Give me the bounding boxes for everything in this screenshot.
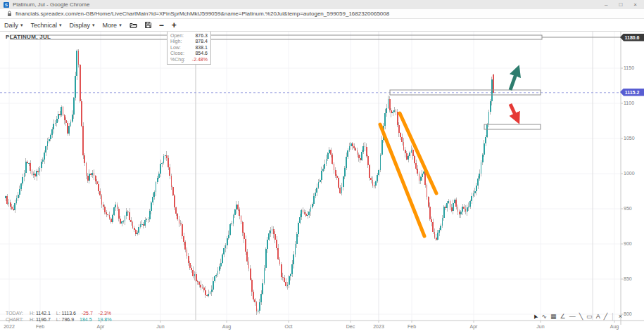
drawing-toolbar: ➤∿▦∠—╲▭A╱│×: [533, 313, 622, 321]
zoom-in-button[interactable]: +: [172, 21, 177, 30]
line-tool-icon[interactable]: ╱: [604, 313, 607, 321]
x-axis-label: Oct: [285, 324, 293, 329]
chart-summary-row: CHART: H: 1196.7 L: 796.9 184.5 19.8%: [6, 317, 111, 323]
floppy-save-icon: [145, 22, 151, 28]
x-axis-label: Aug: [222, 324, 231, 329]
x-axis-label: Jun: [536, 324, 544, 329]
chart-toolbar: Daily▾ Technical▾ Display▾ More▾ −: [0, 19, 644, 32]
x-axis-label: Feb: [408, 324, 416, 329]
y-axis-label: 850: [624, 276, 632, 281]
spreadex-favicon: S: [4, 2, 9, 8]
chevron-down-icon: ▾: [119, 22, 122, 28]
url-text: financials.spreadex.com/en-GB/Home/LiveC…: [15, 11, 389, 17]
last-price-tag: 1115.2: [620, 89, 644, 96]
folder-open-icon: [130, 22, 137, 28]
menu-more[interactable]: More▾: [103, 22, 122, 29]
x-axis-label: Dec: [346, 324, 355, 329]
session-summary: TODAY: H: 1142.1 L: 1113.6 -25.7 -2.3% C…: [6, 311, 111, 323]
y-axis-label: 800: [624, 311, 632, 316]
x-axis-label: 2023: [373, 324, 384, 329]
x-axis-label: Feb: [36, 324, 44, 329]
open-chart-button[interactable]: [130, 22, 137, 28]
candlestick-chart-canvas[interactable]: [0, 0, 644, 336]
today-summary-row: TODAY: H: 1142.1 L: 1113.6 -25.7 -2.3%: [6, 311, 111, 317]
ohlc-tooltip: Open:876.3 High:878.4 Low:838.1 Close:85…: [167, 31, 211, 65]
menu-daily[interactable]: Daily▾: [4, 22, 23, 29]
browser-window: S Platinum, Jul - Google Chrome – □ × fi…: [0, 0, 644, 336]
polyline-tool-icon[interactable]: ∿: [542, 313, 548, 321]
close-button[interactable]: ×: [633, 1, 637, 8]
x-axis-label: Apr: [97, 324, 105, 329]
minimize-button[interactable]: –: [605, 1, 607, 8]
delete-drawing-icon[interactable]: ×: [619, 313, 622, 321]
zoom-out-button[interactable]: −: [159, 21, 164, 30]
y-axis-label: 950: [624, 206, 632, 211]
chevron-down-icon: ▾: [20, 22, 23, 28]
x-axis-label: Apr: [470, 324, 478, 329]
x-axis-label: 2022: [4, 324, 15, 329]
address-bar[interactable]: financials.spreadex.com/en-GB/Home/LiveC…: [0, 9, 644, 19]
x-axis-label: Jun: [156, 324, 164, 329]
y-axis-label: 1100: [624, 101, 634, 105]
x-axis-label: Aug: [610, 324, 619, 329]
y-axis-label: 1000: [624, 171, 635, 176]
maximize-button[interactable]: □: [619, 1, 622, 8]
channel-tool-icon[interactable]: ∠: [560, 313, 566, 321]
save-chart-button[interactable]: [145, 22, 151, 28]
text-tool-icon[interactable]: A: [596, 313, 600, 321]
window-title: Platinum, Jul - Google Chrome: [13, 1, 89, 8]
menu-technical[interactable]: Technical▾: [31, 22, 62, 29]
rectangle-tool-icon[interactable]: ▭: [586, 313, 593, 321]
fibonacci-grid-tool-icon[interactable]: ▦: [550, 313, 557, 321]
toolbar-divider: │: [611, 313, 615, 321]
menu-display[interactable]: Display▾: [70, 22, 95, 29]
horizontal-line-tool-icon[interactable]: —: [569, 313, 576, 321]
padlock-icon: [7, 11, 12, 17]
chevron-down-icon: ▾: [92, 22, 95, 28]
chevron-down-icon: ▾: [59, 22, 62, 28]
instrument-label: PLATINUM, JUL: [6, 34, 51, 40]
trendline-tool-icon[interactable]: ╲: [579, 313, 583, 321]
window-title-bar: S Platinum, Jul - Google Chrome – □ ×: [0, 0, 644, 9]
level-price-tag: 1180.6: [620, 34, 644, 41]
y-axis-label: 900: [624, 241, 632, 246]
pointer-tool-icon[interactable]: ➤: [531, 313, 540, 321]
y-axis-label: 1150: [624, 65, 634, 70]
y-axis-label: 1050: [624, 136, 635, 141]
